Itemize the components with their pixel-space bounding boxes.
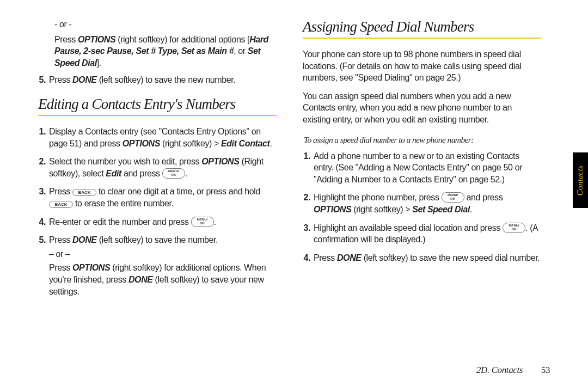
heading-underline <box>303 38 541 39</box>
step-5-save: Press DONE (left softkey) to save the ne… <box>48 74 277 86</box>
edit-step-5: Press DONE (left softkey) to save the nu… <box>48 234 277 297</box>
intro-para-1: Your phone can store up to 98 phone numb… <box>303 48 541 84</box>
manual-page: - or - Press OPTIONS (right softkey) for… <box>0 0 588 392</box>
heading-underline <box>38 115 277 116</box>
left-column: - or - Press OPTIONS (right softkey) for… <box>38 19 277 304</box>
menu-ok-key-icon: MENU/OK <box>503 223 525 233</box>
edit-step-4: Re-enter or edit the number and press ME… <box>48 216 277 228</box>
continued-list: Press DONE (left softkey) to save the ne… <box>38 74 277 86</box>
heading-speed-dial: Assigning Speed Dial Numbers <box>303 19 541 35</box>
back-key-icon: BACK <box>72 189 96 196</box>
or-separator: - or - <box>54 19 277 30</box>
section-tab: Contacts <box>573 152 588 208</box>
assign-step-1: Add a phone number to a new or to an exi… <box>313 150 541 186</box>
edit-step-3: Press BACK to clear one digit at a time,… <box>48 186 277 209</box>
page-footer: 2D. Contacts 53 <box>476 365 550 376</box>
edit-step-2: Select the number you wish to edit, pres… <box>48 156 277 179</box>
heading-edit-numbers: Editing a Contacts Entry's Numbers <box>38 96 277 113</box>
assign-step-4: Press DONE (left softkey) to save the ne… <box>313 252 541 264</box>
intro-para-2: You can assign speed dial numbers when y… <box>303 90 541 126</box>
assign-step-2: Highlight the phone number, press MENU/O… <box>313 192 541 215</box>
menu-ok-key-icon: MENU/OK <box>442 192 464 203</box>
or-separator: – or – <box>49 248 277 260</box>
continued-block: - or - Press OPTIONS (right softkey) for… <box>38 19 277 69</box>
options-note: Press OPTIONS (right softkey) for additi… <box>54 34 277 69</box>
content-columns: - or - Press OPTIONS (right softkey) for… <box>38 19 555 304</box>
assign-steps: Add a phone number to a new or to an exi… <box>303 150 541 264</box>
edit-step-1: Display a Contacts entry (see "Contacts … <box>48 126 277 149</box>
right-column: Assigning Speed Dial Numbers Your phone … <box>303 19 541 304</box>
assign-step-3: Highlight an available speed dial locati… <box>313 222 541 246</box>
section-tab-label: Contacts <box>576 165 585 195</box>
back-key-icon: BACK <box>49 201 73 208</box>
subheading-assign: To assign a speed dial number to a new p… <box>304 134 541 146</box>
menu-ok-key-icon: MENU/OK <box>191 217 214 227</box>
edit-steps: Display a Contacts entry (see "Contacts … <box>38 126 277 297</box>
menu-ok-key-icon: MENU/OK <box>162 168 185 179</box>
section-label: 2D. Contacts <box>476 365 523 375</box>
page-number: 53 <box>541 365 550 375</box>
